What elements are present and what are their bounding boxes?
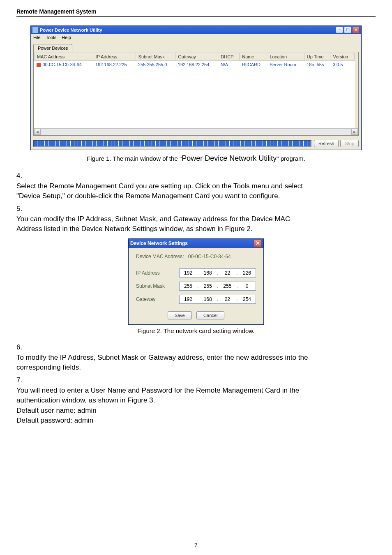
cell-mac: 00-0C-15-C0-34-64 [42, 62, 81, 67]
app-icon [32, 27, 38, 33]
cell-uptime: 18m 55s [304, 61, 330, 69]
device-table: MAC Address IP Address Subnet Mask Gatew… [34, 53, 355, 128]
gateway-label: Gateway [136, 296, 179, 302]
minimize-button[interactable]: ─ [336, 27, 343, 33]
col-loc[interactable]: Location [267, 53, 304, 61]
scroll-left-button[interactable]: ◄ [34, 129, 41, 135]
step7-line2: authentication window, as shown in Figur… [16, 396, 155, 404]
pdnu-window-title: Power Device Network Utility [40, 28, 335, 32]
figure1-caption: Figure 1. The main window of the "Power … [16, 154, 376, 163]
col-dhcp[interactable]: DHCP [218, 53, 240, 61]
ip-address-input[interactable]: 192. 168. 22. 226 [179, 268, 256, 278]
page-header-title: Remote Management System [16, 8, 376, 16]
col-name[interactable]: Name [240, 53, 267, 61]
step4-line1: Select the Remote Management Card you ar… [16, 182, 303, 190]
header-rule [16, 16, 376, 17]
dlg-close-button[interactable]: ✕ [254, 240, 262, 247]
step5-line1: You can modify the IP Address, Subnet Ma… [16, 215, 290, 223]
step7-line1: You will need to enter a User Name and P… [16, 386, 299, 394]
cell-loc: Server Room [267, 61, 304, 69]
col-gw[interactable]: Gateway [175, 53, 218, 61]
menu-tools[interactable]: Tools [46, 35, 57, 40]
tab-power-devices[interactable]: Power Devices [33, 44, 72, 52]
menu-file[interactable]: File [33, 35, 41, 40]
step-number: 7. [16, 375, 25, 386]
step-number: 6. [16, 342, 25, 353]
gateway-input[interactable]: 192. 168. 22. 254 [179, 295, 256, 304]
scroll-right-button[interactable]: ► [351, 129, 358, 135]
step7-line4: Default password: admin [16, 416, 93, 424]
dlg-title: Device Network Settings [130, 240, 253, 246]
col-mask[interactable]: Subnet Mask [136, 53, 175, 61]
step-number: 4. [16, 171, 25, 181]
device-icon [37, 63, 41, 67]
step4-line2: "Device Setup," or double-click the Remo… [16, 192, 280, 200]
cell-ver: 3.0.5 [330, 61, 354, 69]
maximize-button[interactable]: ☐ [344, 27, 351, 33]
h-scrollbar[interactable]: ◄ ► [34, 128, 358, 135]
cell-dhcp: N/A [218, 61, 240, 69]
col-version[interactable]: Version [330, 53, 354, 61]
subnet-mask-input[interactable]: 255. 255. 255. 0 [179, 282, 256, 291]
pdnu-titlebar: Power Device Network Utility ─ ☐ ✕ [31, 26, 361, 34]
page-number: 7 [0, 542, 392, 548]
cell-gw: 192.168.22.254 [175, 61, 218, 69]
step6-line1: To modify the IP Address, Subnet Mask or… [16, 354, 308, 361]
step7-line3: Default user name: admin [16, 407, 97, 414]
cell-ip: 192.168.22.225 [93, 61, 136, 69]
cell-mask: 255.255.255.0 [136, 61, 175, 69]
step-number: 5. [16, 204, 25, 214]
cell-name: RIICARD [240, 61, 267, 69]
col-ip[interactable]: IP Address [93, 53, 136, 61]
table-row[interactable]: 00-0C-15-C0-34-64 192.168.22.225 255.255… [34, 61, 354, 69]
scroll-track[interactable] [41, 129, 351, 135]
table-blank-area [37, 69, 352, 127]
progress-bar [33, 140, 311, 147]
pdnu-window: Power Device Network Utility ─ ☐ ✕ File … [30, 25, 362, 150]
stop-button[interactable]: Stop [340, 140, 359, 147]
mac-address-label: Device MAC Address: [136, 254, 184, 259]
col-mac[interactable]: MAC Address [34, 53, 93, 61]
figure2-caption: Figure 2. The network card setting windo… [16, 327, 376, 334]
mac-address-value: 00-0C-15-C0-34-64 [188, 254, 231, 259]
device-network-settings-dialog: Device Network Settings ✕ Device MAC Add… [128, 238, 264, 325]
close-button[interactable]: ✕ [352, 27, 360, 33]
menu-bar: File Tools Help [31, 34, 361, 41]
col-uptime[interactable]: Up Time [304, 53, 330, 61]
subnet-mask-label: Subnet Mask [136, 283, 179, 289]
cancel-button[interactable]: Cancel [196, 311, 224, 319]
refresh-button[interactable]: Refresh [314, 140, 339, 147]
ip-address-label: IP Address [136, 270, 179, 276]
menu-help[interactable]: Help [62, 35, 71, 40]
save-button[interactable]: Save [168, 311, 192, 319]
step6-line2: corresponding fields. [16, 363, 81, 371]
step5-line2: Address listed in the Device Network Set… [16, 225, 253, 233]
